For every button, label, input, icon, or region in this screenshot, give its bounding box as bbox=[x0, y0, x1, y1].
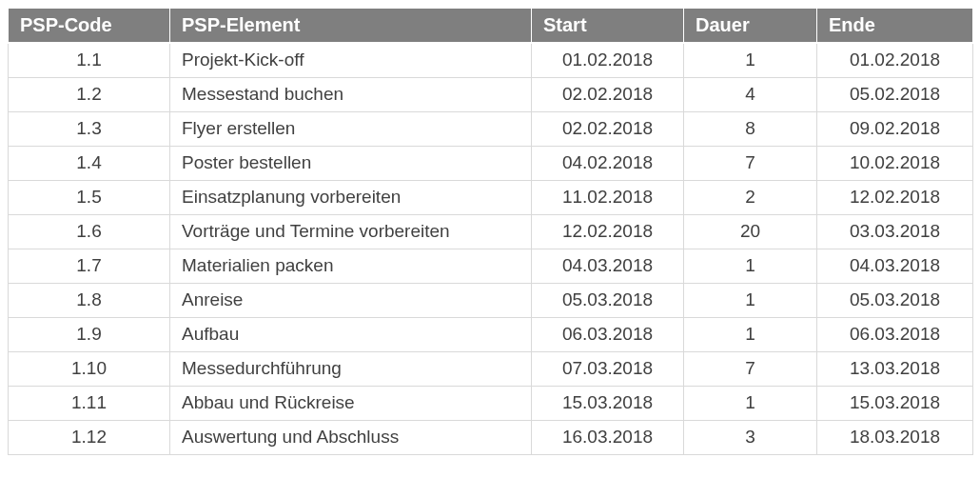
table-row: 1.5Einsatzplanung vorbereiten11.02.20182… bbox=[9, 180, 973, 214]
cell-start: 16.03.2018 bbox=[532, 420, 684, 454]
cell-dauer: 20 bbox=[684, 214, 817, 249]
cell-ende: 01.02.2018 bbox=[817, 43, 973, 77]
cell-dauer: 3 bbox=[684, 420, 817, 454]
cell-code: 1.2 bbox=[9, 77, 170, 111]
cell-code: 1.8 bbox=[9, 283, 170, 317]
cell-code: 1.1 bbox=[9, 43, 170, 77]
cell-code: 1.12 bbox=[9, 420, 170, 454]
psp-table: PSP-Code PSP-Element Start Dauer Ende 1.… bbox=[8, 8, 973, 455]
cell-code: 1.4 bbox=[9, 146, 170, 180]
table-row: 1.10Messedurchführung07.03.2018713.03.20… bbox=[9, 351, 973, 386]
cell-element: Einsatzplanung vorbereiten bbox=[170, 180, 532, 214]
table-header: PSP-Code PSP-Element Start Dauer Ende bbox=[9, 9, 973, 44]
cell-element: Materialien packen bbox=[170, 249, 532, 283]
cell-element: Flyer erstellen bbox=[170, 111, 532, 146]
cell-ende: 10.02.2018 bbox=[817, 146, 973, 180]
cell-ende: 04.03.2018 bbox=[817, 249, 973, 283]
cell-ende: 09.02.2018 bbox=[817, 111, 973, 146]
cell-ende: 05.03.2018 bbox=[817, 283, 973, 317]
table-row: 1.7Materialien packen04.03.2018104.03.20… bbox=[9, 249, 973, 283]
cell-code: 1.9 bbox=[9, 317, 170, 351]
cell-code: 1.3 bbox=[9, 111, 170, 146]
cell-code: 1.5 bbox=[9, 180, 170, 214]
cell-dauer: 7 bbox=[684, 146, 817, 180]
cell-code: 1.7 bbox=[9, 249, 170, 283]
header-dauer: Dauer bbox=[684, 9, 817, 44]
table-row: 1.2Messestand buchen02.02.2018405.02.201… bbox=[9, 77, 973, 111]
cell-element: Messestand buchen bbox=[170, 77, 532, 111]
cell-ende: 03.03.2018 bbox=[817, 214, 973, 249]
cell-ende: 18.03.2018 bbox=[817, 420, 973, 454]
cell-element: Auswertung und Abschluss bbox=[170, 420, 532, 454]
cell-element: Aufbau bbox=[170, 317, 532, 351]
cell-dauer: 1 bbox=[684, 386, 817, 420]
table-body: 1.1Projekt-Kick-off01.02.2018101.02.2018… bbox=[9, 43, 973, 454]
cell-element: Anreise bbox=[170, 283, 532, 317]
cell-start: 11.02.2018 bbox=[532, 180, 684, 214]
table-row: 1.9Aufbau06.03.2018106.03.2018 bbox=[9, 317, 973, 351]
table-row: 1.6Vorträge und Termine vorbereiten12.02… bbox=[9, 214, 973, 249]
cell-code: 1.11 bbox=[9, 386, 170, 420]
cell-dauer: 4 bbox=[684, 77, 817, 111]
cell-ende: 06.03.2018 bbox=[817, 317, 973, 351]
cell-ende: 15.03.2018 bbox=[817, 386, 973, 420]
cell-start: 07.03.2018 bbox=[532, 351, 684, 386]
header-element: PSP-Element bbox=[170, 9, 532, 44]
cell-start: 02.02.2018 bbox=[532, 111, 684, 146]
cell-dauer: 1 bbox=[684, 283, 817, 317]
cell-code: 1.10 bbox=[9, 351, 170, 386]
cell-dauer: 8 bbox=[684, 111, 817, 146]
header-start: Start bbox=[532, 9, 684, 44]
cell-element: Messedurchführung bbox=[170, 351, 532, 386]
table-row: 1.4Poster bestellen04.02.2018710.02.2018 bbox=[9, 146, 973, 180]
cell-start: 02.02.2018 bbox=[532, 77, 684, 111]
cell-code: 1.6 bbox=[9, 214, 170, 249]
cell-start: 04.03.2018 bbox=[532, 249, 684, 283]
table-row: 1.8Anreise05.03.2018105.03.2018 bbox=[9, 283, 973, 317]
table-row: 1.12Auswertung und Abschluss16.03.201831… bbox=[9, 420, 973, 454]
cell-start: 06.03.2018 bbox=[532, 317, 684, 351]
table-row: 1.11Abbau und Rückreise15.03.2018115.03.… bbox=[9, 386, 973, 420]
cell-dauer: 7 bbox=[684, 351, 817, 386]
table-row: 1.1Projekt-Kick-off01.02.2018101.02.2018 bbox=[9, 43, 973, 77]
cell-dauer: 1 bbox=[684, 317, 817, 351]
cell-element: Vorträge und Termine vorbereiten bbox=[170, 214, 532, 249]
cell-dauer: 1 bbox=[684, 249, 817, 283]
cell-dauer: 2 bbox=[684, 180, 817, 214]
cell-start: 01.02.2018 bbox=[532, 43, 684, 77]
cell-element: Projekt-Kick-off bbox=[170, 43, 532, 77]
header-code: PSP-Code bbox=[9, 9, 170, 44]
cell-ende: 12.02.2018 bbox=[817, 180, 973, 214]
cell-start: 05.03.2018 bbox=[532, 283, 684, 317]
cell-start: 15.03.2018 bbox=[532, 386, 684, 420]
cell-dauer: 1 bbox=[684, 43, 817, 77]
cell-start: 12.02.2018 bbox=[532, 214, 684, 249]
table-row: 1.3Flyer erstellen02.02.2018809.02.2018 bbox=[9, 111, 973, 146]
cell-element: Abbau und Rückreise bbox=[170, 386, 532, 420]
header-ende: Ende bbox=[817, 9, 973, 44]
cell-ende: 13.03.2018 bbox=[817, 351, 973, 386]
cell-element: Poster bestellen bbox=[170, 146, 532, 180]
cell-start: 04.02.2018 bbox=[532, 146, 684, 180]
cell-ende: 05.02.2018 bbox=[817, 77, 973, 111]
